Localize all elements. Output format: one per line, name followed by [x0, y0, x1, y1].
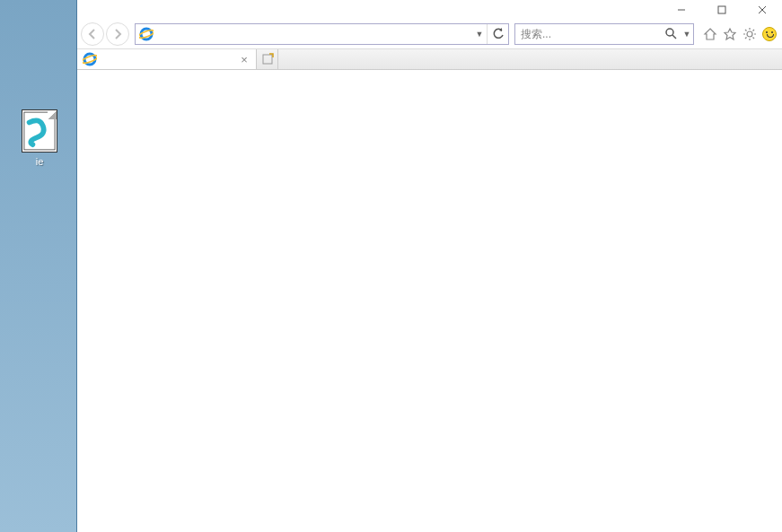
refresh-button[interactable] — [487, 24, 508, 44]
maximize-icon — [717, 5, 726, 14]
window-controls — [661, 1, 782, 19]
svg-rect-2 — [718, 6, 725, 13]
toolbar-icons — [701, 25, 778, 43]
smiley-icon — [762, 27, 777, 41]
back-button[interactable] — [81, 22, 104, 46]
svg-rect-20 — [263, 55, 272, 64]
forward-icon — [111, 28, 124, 40]
back-icon — [86, 28, 99, 40]
svg-line-14 — [745, 30, 747, 31]
minimize-button[interactable] — [661, 1, 701, 19]
svg-point-9 — [747, 31, 752, 37]
address-dropdown[interactable]: ▼ — [472, 30, 487, 39]
script-file-icon — [22, 109, 57, 153]
search-input[interactable] — [515, 24, 661, 44]
svg-line-17 — [753, 30, 755, 31]
new-tab-button[interactable] — [257, 49, 278, 69]
search-icon — [664, 27, 677, 39]
browser-window: ▼ ▼ — [76, 0, 782, 532]
favorites-button[interactable] — [721, 25, 739, 43]
home-button[interactable] — [701, 25, 719, 43]
tab-bar: × — [77, 48, 782, 70]
page-content — [77, 70, 782, 532]
minimize-icon — [677, 5, 686, 14]
ie-logo-icon — [137, 25, 155, 43]
close-button[interactable] — [742, 1, 782, 19]
tab-blank[interactable]: × — [77, 49, 257, 69]
svg-line-8 — [672, 35, 676, 39]
address-input[interactable] — [155, 24, 472, 44]
tools-button[interactable] — [741, 25, 759, 43]
address-bar[interactable]: ▼ — [135, 23, 509, 45]
close-icon — [758, 5, 767, 14]
desktop-shortcut-label: ie — [18, 156, 61, 167]
svg-line-15 — [753, 38, 755, 39]
refresh-icon — [492, 28, 505, 40]
search-button[interactable] — [661, 27, 681, 42]
desktop: ie — [0, 0, 76, 532]
gear-icon — [742, 27, 757, 41]
forward-button[interactable] — [106, 22, 129, 46]
maximize-button[interactable] — [701, 1, 742, 19]
search-box[interactable]: ▼ — [514, 23, 694, 45]
feedback-button[interactable] — [760, 25, 778, 43]
search-dropdown[interactable]: ▼ — [681, 30, 693, 39]
tab-close-button[interactable]: × — [238, 53, 250, 65]
ie-logo-icon — [83, 52, 97, 66]
star-icon — [723, 27, 737, 41]
desktop-shortcut-ie[interactable]: ie — [18, 109, 61, 167]
window-titlebar[interactable] — [77, 0, 782, 20]
svg-line-16 — [745, 38, 747, 39]
navigation-toolbar: ▼ ▼ — [77, 20, 782, 48]
new-tab-icon — [261, 53, 274, 65]
svg-point-7 — [666, 29, 673, 36]
home-icon — [703, 27, 717, 41]
